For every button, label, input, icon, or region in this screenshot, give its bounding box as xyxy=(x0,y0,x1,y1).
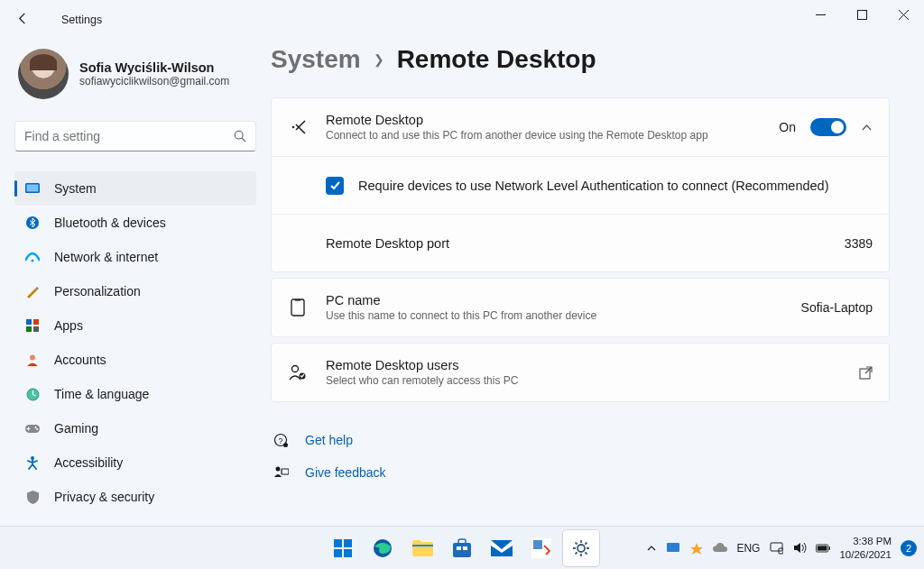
svg-text:?: ? xyxy=(278,436,282,445)
svg-rect-44 xyxy=(818,546,827,550)
nla-label: Require devices to use Network Level Aut… xyxy=(358,179,828,193)
edge-icon[interactable] xyxy=(365,530,401,566)
nav-gaming[interactable]: Gaming xyxy=(14,411,256,445)
help-links: ? Get help Give feedback xyxy=(271,424,890,489)
pc-name-icon xyxy=(288,298,308,317)
close-button[interactable] xyxy=(882,0,924,29)
nav-privacy[interactable]: Privacy & security xyxy=(14,480,256,514)
notifications-badge[interactable]: 2 xyxy=(901,540,917,556)
app-icon-1[interactable] xyxy=(523,530,559,566)
chevron-up-icon[interactable] xyxy=(861,122,873,133)
tray-icon-2[interactable] xyxy=(689,541,704,555)
nav-personalization[interactable]: Personalization xyxy=(14,274,256,308)
nav-accounts[interactable]: Accounts xyxy=(14,343,256,377)
minimize-button[interactable] xyxy=(799,0,841,29)
store-icon[interactable] xyxy=(444,530,480,566)
feedback-icon xyxy=(271,466,291,480)
svg-rect-0 xyxy=(857,10,866,19)
svg-point-13 xyxy=(35,427,37,428)
system-icon xyxy=(25,181,40,196)
port-value: 3389 xyxy=(845,236,873,251)
rd-users-row[interactable]: Remote Desktop users Select who can remo… xyxy=(272,344,889,401)
svg-point-14 xyxy=(36,428,38,430)
help-icon: ? xyxy=(271,433,291,448)
users-icon xyxy=(288,364,308,381)
nla-row[interactable]: Require devices to use Network Level Aut… xyxy=(272,156,889,214)
svg-rect-17 xyxy=(291,299,304,316)
svg-rect-7 xyxy=(33,319,39,325)
breadcrumb-parent[interactable]: System xyxy=(271,45,361,74)
start-button[interactable] xyxy=(325,530,361,566)
rd-state-label: On xyxy=(779,120,796,134)
breadcrumb-current: Remote Desktop xyxy=(397,45,596,74)
language-indicator[interactable]: ENG xyxy=(736,542,760,555)
external-link-icon xyxy=(859,366,873,380)
rd-title: Remote Desktop xyxy=(326,113,779,127)
get-help-link[interactable]: Get help xyxy=(305,433,353,447)
remote-desktop-card: Remote Desktop Connect to and use this P… xyxy=(271,97,890,272)
pc-name-subtitle: Use this name to connect to this PC from… xyxy=(326,309,801,322)
onedrive-icon[interactable] xyxy=(713,541,727,555)
nav-bluetooth[interactable]: Bluetooth & devices xyxy=(14,206,256,240)
svg-rect-32 xyxy=(453,543,471,557)
remote-desktop-icon xyxy=(288,119,308,135)
svg-point-38 xyxy=(578,545,585,552)
nav-time[interactable]: Time & language xyxy=(14,377,256,411)
give-feedback-link[interactable]: Give feedback xyxy=(305,465,386,480)
battery-icon[interactable] xyxy=(816,541,830,555)
svg-rect-37 xyxy=(533,540,542,549)
avatar xyxy=(18,49,69,99)
nav-apps[interactable]: Apps xyxy=(14,308,256,343)
svg-rect-6 xyxy=(26,319,32,325)
tray-chevron-icon[interactable] xyxy=(646,543,657,554)
nav-system[interactable]: System xyxy=(14,171,256,206)
tray-icon-3[interactable] xyxy=(769,541,783,555)
svg-rect-40 xyxy=(771,543,782,551)
taskbar: ENG 3:38 PM 10/26/2021 2 xyxy=(0,526,924,569)
remote-desktop-toggle-row[interactable]: Remote Desktop Connect to and use this P… xyxy=(272,98,889,156)
privacy-icon xyxy=(25,490,40,504)
volume-icon[interactable] xyxy=(792,541,807,555)
maximize-button[interactable] xyxy=(841,0,882,29)
back-button[interactable] xyxy=(16,12,34,29)
user-name: Sofia Wyciślik-Wilson xyxy=(79,60,229,75)
search-icon xyxy=(234,130,246,142)
pc-name-value: Sofia-Laptop xyxy=(801,300,873,315)
rd-users-title: Remote Desktop users xyxy=(326,358,859,372)
pc-name-title: PC name xyxy=(326,293,801,307)
explorer-icon[interactable] xyxy=(404,530,440,566)
svg-rect-31 xyxy=(412,545,433,546)
svg-point-18 xyxy=(292,366,299,372)
settings-icon[interactable] xyxy=(563,530,599,566)
svg-point-23 xyxy=(283,443,288,447)
apps-icon xyxy=(25,318,40,333)
nla-checkbox[interactable] xyxy=(326,177,344,195)
window-title: Settings xyxy=(61,14,102,26)
rd-users-card: Remote Desktop users Select who can remo… xyxy=(271,343,890,402)
nav-accessibility[interactable]: Accessibility xyxy=(14,445,256,480)
search-box[interactable] xyxy=(14,121,256,151)
accounts-icon xyxy=(25,353,40,367)
tray-icon-1[interactable] xyxy=(666,541,680,555)
time-icon xyxy=(25,387,40,401)
titlebar: Settings xyxy=(0,0,924,40)
svg-rect-34 xyxy=(463,546,467,550)
gaming-icon xyxy=(25,421,40,436)
taskbar-clock[interactable]: 3:38 PM 10/26/2021 xyxy=(839,535,892,561)
nav-network[interactable]: Network & internet xyxy=(14,240,256,274)
accessibility-icon xyxy=(25,455,40,470)
svg-rect-25 xyxy=(282,469,289,474)
mail-icon[interactable] xyxy=(484,530,520,566)
pc-name-card: PC name Use this name to connect to this… xyxy=(271,278,890,337)
main-content: System ❯ Remote Desktop Remote Desktop C… xyxy=(271,40,924,526)
get-help-row[interactable]: ? Get help xyxy=(271,424,890,456)
svg-rect-33 xyxy=(457,546,461,550)
svg-rect-27 xyxy=(344,539,352,547)
port-label: Remote Desktop port xyxy=(326,236,845,251)
give-feedback-row[interactable]: Give feedback xyxy=(271,456,890,489)
user-profile[interactable]: Sofia Wyciślik-Wilson sofiawyciclikwilso… xyxy=(14,49,256,99)
nav: System Bluetooth & devices Network & int… xyxy=(14,171,256,514)
rd-toggle[interactable] xyxy=(810,118,846,136)
search-input[interactable] xyxy=(24,129,234,143)
svg-rect-26 xyxy=(334,539,342,547)
